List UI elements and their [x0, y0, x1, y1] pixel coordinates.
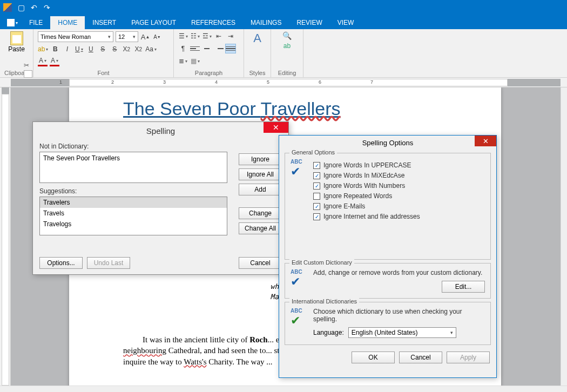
vertical-scrollbar[interactable]	[561, 87, 567, 386]
spelling-close-button[interactable]: ✕	[264, 122, 288, 133]
options-close-button[interactable]: ✕	[475, 136, 496, 146]
tab-file[interactable]: FILE	[22, 16, 50, 29]
checkbox-icon[interactable]: ✓	[313, 203, 320, 210]
tab-references[interactable]: REFERENCES	[184, 16, 243, 29]
align-left-button[interactable]	[190, 44, 200, 53]
options-button[interactable]: Options...	[39, 257, 83, 269]
checkbox-icon[interactable]: ✓	[313, 162, 320, 169]
suggestion-item[interactable]: Travels	[40, 208, 227, 219]
font-color-icon[interactable]: A	[38, 57, 48, 66]
shrink-font-icon[interactable]: A▼	[152, 32, 162, 42]
vertical-ruler[interactable]	[0, 87, 11, 386]
intl-dict-legend: International Dictionaries	[289, 298, 359, 305]
option-ignore-internet-and-file-addresses[interactable]: ✓Ignore Internet and file addresses	[313, 213, 485, 220]
checkbox-icon[interactable]: ✓	[313, 213, 320, 220]
shading-icon[interactable]: ▦	[190, 56, 200, 66]
ignore-all-button[interactable]: Ignore All	[239, 168, 282, 180]
language-combo[interactable]: English (United States)▾	[348, 327, 456, 338]
editing-group: 🔍 ab Editing	[271, 29, 303, 77]
title-bar: ▢ ↶ ↷	[0, 0, 567, 15]
edit-dictionary-button[interactable]: Edit...	[442, 281, 485, 293]
tab-page-layout[interactable]: PAGE LAYOUT	[124, 16, 184, 29]
styles-group: A Styles	[244, 29, 271, 77]
paste-label: Paste	[8, 45, 25, 53]
redo-icon[interactable]: ↷	[42, 3, 52, 12]
option-ignore-words-in-uppercase[interactable]: ✓Ignore Words In UPPERCASE	[313, 161, 485, 169]
checkbox-icon[interactable]	[313, 193, 320, 200]
bullets-icon[interactable]: ☰	[178, 31, 188, 41]
international-dict-group: International Dictionaries ABC✔ Choose w…	[285, 302, 491, 345]
double-underline-button[interactable]: U	[86, 44, 96, 54]
show-marks-icon[interactable]: ¶	[178, 44, 188, 53]
suggestion-item[interactable]: Travelers	[40, 197, 227, 208]
strikethrough-button[interactable]: S	[98, 44, 107, 54]
bold-button[interactable]: B	[50, 44, 60, 54]
paste-button[interactable]: Paste	[4, 31, 29, 53]
spelling-cancel-button[interactable]: Cancel	[239, 257, 282, 269]
subscript-button[interactable]: X2	[133, 44, 143, 54]
multilevel-icon[interactable]: ☲	[202, 31, 212, 41]
language-value: English (United States)	[352, 329, 418, 336]
option-label: Ignore Words With Numbers	[323, 182, 405, 190]
highlight-color-icon[interactable]: ab	[38, 44, 48, 54]
underline-button[interactable]: U	[74, 44, 84, 54]
add-button[interactable]: Add	[239, 184, 282, 195]
font-size-combo[interactable]: 12▾	[116, 31, 138, 42]
options-ok-button[interactable]: OK	[352, 352, 395, 363]
font-size-value: 12	[118, 33, 125, 40]
paste-icon	[10, 31, 23, 45]
find-icon[interactable]: 🔍	[282, 31, 292, 40]
checkbox-icon[interactable]: ✓	[313, 172, 320, 179]
option-label: Ignore E-Mails	[323, 202, 365, 210]
tab-insert[interactable]: INSERT	[85, 16, 124, 29]
numbering-icon[interactable]: ☷	[190, 31, 200, 41]
horizontal-scrollbar[interactable]	[0, 386, 567, 392]
grow-font-icon[interactable]: A▲	[140, 32, 150, 42]
font-color-2-icon[interactable]: A	[50, 57, 59, 66]
styles-icon[interactable]: A	[253, 31, 261, 45]
tab-mailings[interactable]: MAILINGS	[243, 16, 289, 29]
cut-icon[interactable]: ✂	[24, 62, 32, 69]
app-icon	[3, 3, 12, 12]
increase-indent-icon[interactable]: ⇥	[226, 31, 235, 41]
superscript-button[interactable]: X2	[122, 44, 131, 54]
change-button[interactable]: Change	[239, 207, 282, 219]
ignore-button[interactable]: Ignore	[239, 153, 282, 165]
app-menu-button[interactable]: ▾	[3, 16, 22, 29]
change-case-button[interactable]: Aa	[145, 44, 157, 54]
not-in-dictionary-text: The Seven Poor Travellers	[43, 154, 120, 162]
double-strike-button[interactable]: S	[110, 44, 119, 54]
align-center-button[interactable]	[202, 44, 212, 53]
italic-button[interactable]: I	[62, 44, 72, 54]
font-group-label: Font	[38, 69, 169, 76]
option-label: Ignore Words In MiXEdcAse	[323, 172, 405, 179]
document-title[interactable]: The Seven Poor Travellers	[123, 98, 447, 119]
replace-icon[interactable]: ab	[284, 42, 291, 50]
undo-icon[interactable]: ↶	[29, 3, 39, 12]
option-ignore-repeated-words[interactable]: Ignore Repeated Words	[313, 192, 485, 200]
horizontal-ruler[interactable]: 1234567	[0, 78, 567, 87]
option-ignore-e-mails[interactable]: ✓Ignore E-Mails	[313, 202, 485, 210]
save-icon[interactable]: ▢	[16, 3, 26, 12]
align-right-button[interactable]	[214, 44, 224, 53]
option-ignore-words-with-numbers[interactable]: ✓Ignore Words With Numbers	[313, 182, 485, 190]
line-spacing-icon[interactable]: ≣	[178, 56, 188, 66]
suggestion-item[interactable]: Travelogs	[40, 219, 227, 229]
font-name-combo[interactable]: Times New Roman▾	[38, 31, 113, 42]
checkbox-icon[interactable]: ✓	[313, 183, 320, 190]
spelling-options-dialog: Spelling Options ✕ General Options ABC✔ …	[279, 135, 497, 378]
quick-access-toolbar: ▢ ↶ ↷	[16, 3, 52, 12]
options-cancel-button[interactable]: Cancel	[399, 352, 442, 363]
align-justify-button[interactable]	[226, 44, 235, 53]
change-all-button[interactable]: Change All	[239, 222, 282, 234]
tab-review[interactable]: REVIEW	[289, 16, 329, 29]
suggestions-listbox[interactable]: TravelersTravelsTravelogs	[39, 197, 227, 235]
copy-icon[interactable]	[24, 70, 32, 78]
abc-check-icon: ABC✔	[291, 159, 308, 176]
decrease-indent-icon[interactable]: ⇤	[214, 31, 224, 41]
option-ignore-words-in-mixedcase[interactable]: ✓Ignore Words In MiXEdcAse	[313, 172, 485, 179]
not-in-dictionary-textbox[interactable]: The Seven Poor Travellers	[39, 152, 227, 183]
tab-view[interactable]: VIEW	[330, 16, 362, 29]
intl-dict-desc: Choose which dictionary to use when chec…	[313, 308, 485, 323]
tab-home[interactable]: HOME	[50, 16, 85, 29]
